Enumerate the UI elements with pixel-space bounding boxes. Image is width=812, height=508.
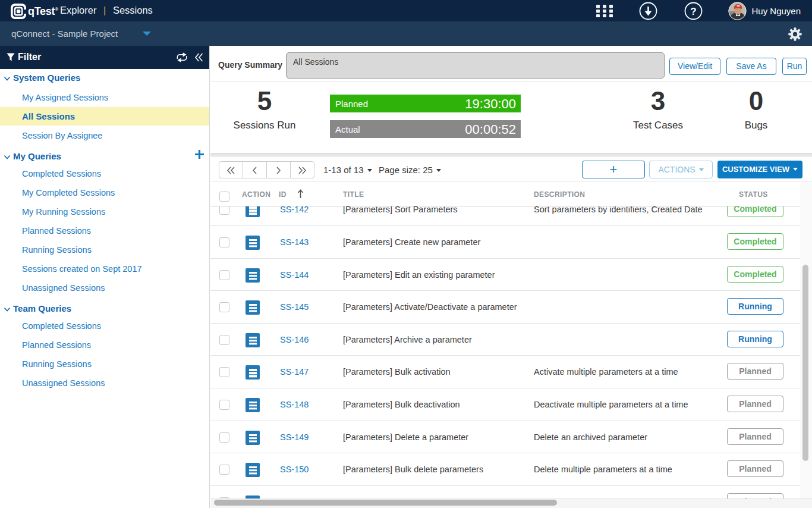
svg-text:?: ? [690,6,696,17]
